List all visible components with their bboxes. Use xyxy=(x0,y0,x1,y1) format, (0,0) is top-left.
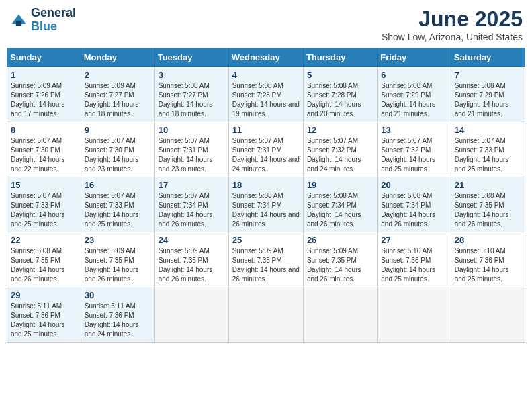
calendar-cell: 2Sunrise: 5:09 AMSunset: 7:27 PMDaylight… xyxy=(81,67,154,122)
calendar-cell: 13Sunrise: 5:07 AMSunset: 7:32 PMDayligh… xyxy=(378,122,451,177)
title-area: June 2025 Show Low, Arizona, United Stat… xyxy=(382,7,523,42)
day-info: Sunrise: 5:11 AMSunset: 7:36 PMDaylight:… xyxy=(11,302,77,339)
weekday-header-thursday: Thursday xyxy=(303,48,377,67)
calendar-cell: 11Sunrise: 5:07 AMSunset: 7:31 PMDayligh… xyxy=(228,122,303,177)
location-title: Show Low, Arizona, United States xyxy=(382,32,523,42)
calendar: SundayMondayTuesdayWednesdayThursdayFrid… xyxy=(7,48,525,342)
day-info: Sunrise: 5:07 AMSunset: 7:33 PMDaylight:… xyxy=(85,191,151,229)
weekday-header-friday: Friday xyxy=(378,48,451,67)
day-info: Sunrise: 5:10 AMSunset: 7:36 PMDaylight:… xyxy=(381,246,447,284)
calendar-cell: 23Sunrise: 5:09 AMSunset: 7:35 PMDayligh… xyxy=(81,232,154,287)
svg-rect-2 xyxy=(16,21,21,26)
day-number: 23 xyxy=(85,235,151,245)
calendar-cell: 22Sunrise: 5:08 AMSunset: 7:35 PMDayligh… xyxy=(7,232,81,287)
day-info: Sunrise: 5:07 AMSunset: 7:31 PMDaylight:… xyxy=(232,136,300,174)
day-info: Sunrise: 5:07 AMSunset: 7:33 PMDaylight:… xyxy=(11,191,77,229)
weekday-header-sunday: Sunday xyxy=(7,48,81,67)
header: General Blue June 2025 Show Low, Arizona… xyxy=(7,7,525,42)
day-number: 30 xyxy=(85,290,151,300)
day-info: Sunrise: 5:07 AMSunset: 7:30 PMDaylight:… xyxy=(11,136,77,174)
day-number: 17 xyxy=(159,180,225,190)
day-number: 4 xyxy=(232,70,300,80)
day-info: Sunrise: 5:08 AMSunset: 7:29 PMDaylight:… xyxy=(381,81,447,119)
day-number: 29 xyxy=(11,290,77,300)
calendar-cell: 19Sunrise: 5:08 AMSunset: 7:34 PMDayligh… xyxy=(303,177,377,232)
day-info: Sunrise: 5:10 AMSunset: 7:36 PMDaylight:… xyxy=(455,246,521,284)
weekday-header-row: SundayMondayTuesdayWednesdayThursdayFrid… xyxy=(7,48,525,67)
day-number: 22 xyxy=(11,235,77,245)
day-number: 16 xyxy=(85,180,151,190)
calendar-cell: 16Sunrise: 5:07 AMSunset: 7:33 PMDayligh… xyxy=(81,177,154,232)
calendar-week-row: 8Sunrise: 5:07 AMSunset: 7:30 PMDaylight… xyxy=(7,122,525,177)
day-number: 18 xyxy=(232,180,300,190)
day-info: Sunrise: 5:07 AMSunset: 7:32 PMDaylight:… xyxy=(381,136,447,174)
day-number: 13 xyxy=(381,125,447,135)
month-title: June 2025 xyxy=(382,7,523,32)
weekday-header-tuesday: Tuesday xyxy=(154,48,228,67)
day-number: 28 xyxy=(455,235,521,245)
day-info: Sunrise: 5:09 AMSunset: 7:35 PMDaylight:… xyxy=(85,246,151,284)
day-number: 1 xyxy=(11,70,77,80)
calendar-cell: 17Sunrise: 5:07 AMSunset: 7:34 PMDayligh… xyxy=(154,177,228,232)
day-number: 20 xyxy=(381,180,447,190)
calendar-cell: 3Sunrise: 5:08 AMSunset: 7:27 PMDaylight… xyxy=(154,67,228,122)
calendar-cell xyxy=(378,287,451,342)
day-info: Sunrise: 5:07 AMSunset: 7:31 PMDaylight:… xyxy=(159,136,225,174)
calendar-cell: 28Sunrise: 5:10 AMSunset: 7:36 PMDayligh… xyxy=(451,232,525,287)
calendar-cell: 8Sunrise: 5:07 AMSunset: 7:30 PMDaylight… xyxy=(7,122,81,177)
calendar-cell: 18Sunrise: 5:08 AMSunset: 7:34 PMDayligh… xyxy=(228,177,303,232)
calendar-week-row: 29Sunrise: 5:11 AMSunset: 7:36 PMDayligh… xyxy=(7,287,525,342)
day-number: 14 xyxy=(455,125,521,135)
calendar-cell: 9Sunrise: 5:07 AMSunset: 7:30 PMDaylight… xyxy=(81,122,154,177)
calendar-cell: 30Sunrise: 5:11 AMSunset: 7:36 PMDayligh… xyxy=(81,287,154,342)
day-info: Sunrise: 5:08 AMSunset: 7:34 PMDaylight:… xyxy=(232,191,300,229)
calendar-cell: 25Sunrise: 5:09 AMSunset: 7:35 PMDayligh… xyxy=(228,232,303,287)
day-number: 2 xyxy=(85,70,151,80)
calendar-week-row: 15Sunrise: 5:07 AMSunset: 7:33 PMDayligh… xyxy=(7,177,525,232)
day-number: 15 xyxy=(11,180,77,190)
day-number: 25 xyxy=(232,235,300,245)
calendar-cell: 26Sunrise: 5:09 AMSunset: 7:35 PMDayligh… xyxy=(303,232,377,287)
calendar-cell xyxy=(228,287,303,342)
day-number: 5 xyxy=(307,70,373,80)
day-info: Sunrise: 5:11 AMSunset: 7:36 PMDaylight:… xyxy=(85,302,151,339)
calendar-cell: 20Sunrise: 5:08 AMSunset: 7:34 PMDayligh… xyxy=(378,177,451,232)
calendar-week-row: 1Sunrise: 5:09 AMSunset: 7:26 PMDaylight… xyxy=(7,67,525,122)
day-info: Sunrise: 5:08 AMSunset: 7:29 PMDaylight:… xyxy=(455,81,521,119)
day-number: 19 xyxy=(307,180,373,190)
calendar-cell xyxy=(154,287,228,342)
day-number: 8 xyxy=(11,125,77,135)
calendar-week-row: 22Sunrise: 5:08 AMSunset: 7:35 PMDayligh… xyxy=(7,232,525,287)
day-info: Sunrise: 5:07 AMSunset: 7:33 PMDaylight:… xyxy=(455,136,521,174)
day-number: 27 xyxy=(381,235,447,245)
day-info: Sunrise: 5:07 AMSunset: 7:30 PMDaylight:… xyxy=(85,136,151,174)
calendar-cell: 5Sunrise: 5:08 AMSunset: 7:28 PMDaylight… xyxy=(303,67,377,122)
day-info: Sunrise: 5:07 AMSunset: 7:34 PMDaylight:… xyxy=(159,191,225,229)
day-number: 9 xyxy=(85,125,151,135)
weekday-header-saturday: Saturday xyxy=(451,48,525,67)
day-info: Sunrise: 5:09 AMSunset: 7:35 PMDaylight:… xyxy=(159,246,225,284)
calendar-cell: 29Sunrise: 5:11 AMSunset: 7:36 PMDayligh… xyxy=(7,287,81,342)
weekday-header-monday: Monday xyxy=(81,48,154,67)
day-number: 12 xyxy=(307,125,373,135)
weekday-header-wednesday: Wednesday xyxy=(228,48,303,67)
day-info: Sunrise: 5:08 AMSunset: 7:27 PMDaylight:… xyxy=(159,81,225,119)
day-info: Sunrise: 5:08 AMSunset: 7:28 PMDaylight:… xyxy=(307,81,373,119)
calendar-cell: 6Sunrise: 5:08 AMSunset: 7:29 PMDaylight… xyxy=(378,67,451,122)
calendar-cell xyxy=(303,287,377,342)
day-info: Sunrise: 5:09 AMSunset: 7:35 PMDaylight:… xyxy=(232,246,300,284)
logo-icon xyxy=(9,11,28,30)
day-info: Sunrise: 5:08 AMSunset: 7:35 PMDaylight:… xyxy=(11,246,77,284)
day-info: Sunrise: 5:09 AMSunset: 7:35 PMDaylight:… xyxy=(307,246,373,284)
day-number: 21 xyxy=(455,180,521,190)
day-info: Sunrise: 5:09 AMSunset: 7:26 PMDaylight:… xyxy=(11,81,77,119)
calendar-cell: 7Sunrise: 5:08 AMSunset: 7:29 PMDaylight… xyxy=(451,67,525,122)
day-info: Sunrise: 5:08 AMSunset: 7:34 PMDaylight:… xyxy=(381,191,447,229)
calendar-cell: 21Sunrise: 5:08 AMSunset: 7:35 PMDayligh… xyxy=(451,177,525,232)
day-info: Sunrise: 5:07 AMSunset: 7:32 PMDaylight:… xyxy=(307,136,373,174)
day-number: 7 xyxy=(455,70,521,80)
logo-text: General Blue xyxy=(31,7,76,34)
day-number: 3 xyxy=(159,70,225,80)
calendar-cell: 15Sunrise: 5:07 AMSunset: 7:33 PMDayligh… xyxy=(7,177,81,232)
day-info: Sunrise: 5:08 AMSunset: 7:35 PMDaylight:… xyxy=(455,191,521,229)
